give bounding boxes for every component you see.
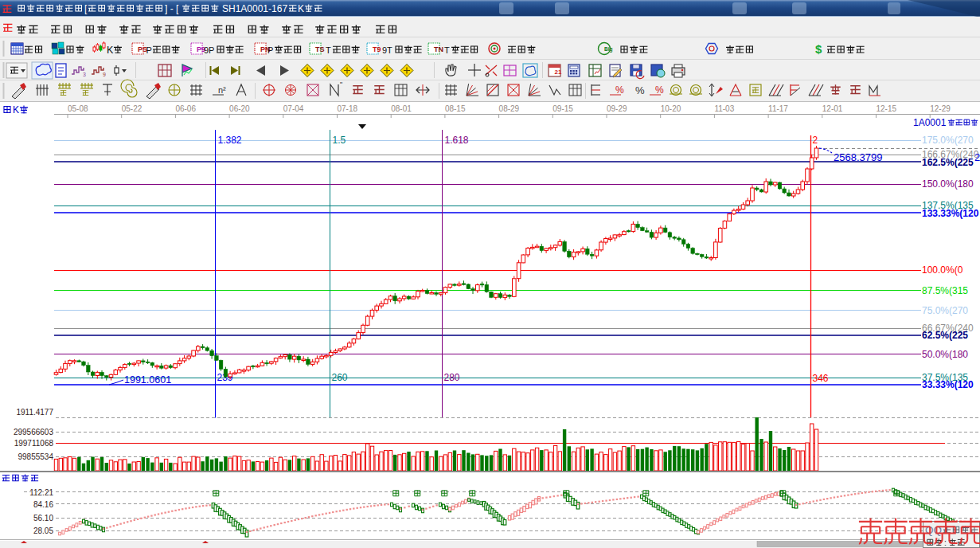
- svg-text:06-20: 06-20: [229, 104, 250, 113]
- svg-text:09-29: 09-29: [607, 104, 627, 113]
- svg-text:75.0%(270: 75.0%(270: [922, 305, 968, 316]
- svg-text:33.33%(120: 33.33%(120: [922, 379, 974, 390]
- svg-text:K: K: [107, 45, 114, 56]
- svg-text:12-15: 12-15: [877, 104, 897, 113]
- svg-text:T: T: [444, 45, 450, 55]
- svg-text:%: %: [635, 84, 645, 96]
- svg-text:$: $: [815, 42, 822, 56]
- svg-text:1A0001: 1A0001: [913, 117, 947, 128]
- svg-text:84.16: 84.16: [33, 500, 53, 509]
- svg-text:Big: Big: [604, 46, 613, 53]
- svg-text:62.5%(225: 62.5%(225: [922, 330, 968, 341]
- svg-text:9P: 9P: [204, 45, 214, 55]
- svg-text:1.618: 1.618: [445, 135, 469, 146]
- svg-text:1911.4177: 1911.4177: [16, 408, 53, 417]
- svg-text:07-04: 07-04: [283, 104, 304, 113]
- svg-text:05-08: 05-08: [68, 104, 88, 113]
- svg-text::: :: [944, 538, 947, 547]
- svg-text:99855534: 99855534: [18, 452, 54, 461]
- svg-text:21: 21: [555, 68, 562, 76]
- svg-text:08-15: 08-15: [445, 104, 466, 113]
- svg-text:T: T: [326, 45, 331, 55]
- svg-text:P: P: [267, 45, 273, 55]
- svg-text:09-15: 09-15: [552, 104, 573, 113]
- svg-text:1991.0601: 1991.0601: [124, 374, 171, 386]
- svg-text:2: 2: [813, 135, 818, 146]
- svg-text:TS: TS: [315, 45, 325, 53]
- svg-text:%: %: [655, 84, 664, 96]
- svg-text:9T: 9T: [382, 45, 392, 55]
- svg-text:50.0%(180: 50.0%(180: [922, 349, 968, 360]
- svg-text:05-22: 05-22: [122, 104, 143, 113]
- svg-text:280: 280: [444, 372, 460, 383]
- svg-text:3: 3: [83, 72, 86, 77]
- svg-text:1.5: 1.5: [333, 135, 346, 146]
- svg-text:K: K: [13, 104, 19, 115]
- svg-text:199711068: 199711068: [14, 439, 54, 448]
- svg-text:07-18: 07-18: [338, 104, 358, 113]
- svg-text:87.5%(315: 87.5%(315: [922, 285, 968, 296]
- svg-text:133.33%(120: 133.33%(120: [922, 208, 979, 219]
- svg-text:299566603: 299566603: [14, 428, 53, 436]
- svg-text:28.05: 28.05: [33, 526, 53, 535]
- svg-text:] - [: ] - [: [165, 3, 179, 14]
- svg-text:06-06: 06-06: [175, 104, 196, 113]
- svg-text:": ": [340, 80, 342, 88]
- svg-text:T9: T9: [373, 45, 381, 53]
- svg-text:TN: TN: [434, 45, 443, 53]
- svg-text:%: %: [615, 84, 624, 96]
- svg-text:150.0%(180: 150.0%(180: [922, 178, 974, 190]
- svg-text:9: 9: [103, 72, 106, 77]
- svg-text:n²: n²: [218, 85, 226, 95]
- svg-text:346: 346: [813, 373, 829, 384]
- svg-text:P: P: [146, 45, 152, 55]
- svg-text:K: K: [298, 3, 304, 14]
- svg-text:08-01: 08-01: [391, 104, 412, 113]
- svg-text:12-29: 12-29: [930, 104, 951, 113]
- svg-text:10-20: 10-20: [661, 104, 681, 113]
- svg-text:162.5%(225: 162.5%(225: [922, 157, 974, 168]
- svg-text:175.0%(270: 175.0%(270: [922, 135, 974, 146]
- svg-text:56.10: 56.10: [33, 514, 53, 523]
- svg-text:2568.3799: 2568.3799: [834, 151, 882, 163]
- svg-text:260: 260: [332, 372, 348, 383]
- svg-text:11-03: 11-03: [714, 104, 734, 113]
- svg-text:100.0%(0: 100.0%(0: [922, 264, 963, 276]
- svg-text:08-29: 08-29: [499, 104, 520, 113]
- svg-text:SH1A0001-167: SH1A0001-167: [222, 3, 287, 14]
- svg-text:12-01: 12-01: [822, 104, 843, 113]
- svg-text:1.382: 1.382: [218, 135, 242, 146]
- svg-text:11-17: 11-17: [768, 104, 788, 113]
- svg-text:2: 2: [974, 151, 980, 163]
